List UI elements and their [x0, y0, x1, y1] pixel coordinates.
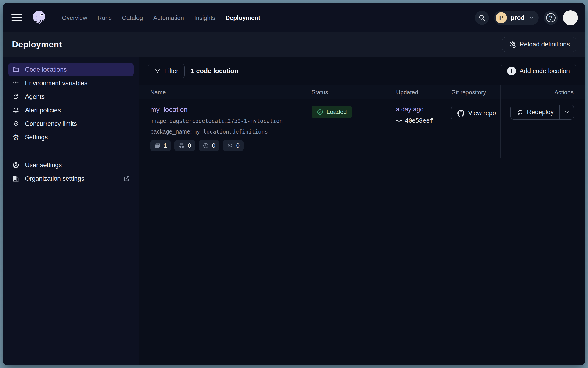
user-avatar[interactable]: [563, 10, 578, 25]
redeploy-label: Redeploy: [527, 109, 554, 116]
reload-definitions-icon: [509, 41, 516, 48]
dagster-logo-icon[interactable]: [31, 10, 47, 26]
column-header-actions: Actions: [501, 85, 585, 99]
package-line: package_name: my_location.definitions: [150, 128, 296, 135]
redeploy-more-options-button[interactable]: [560, 105, 574, 119]
status-label: Loaded: [326, 108, 347, 116]
badge-count: 0: [236, 142, 239, 149]
status-cell: Loaded: [305, 100, 390, 158]
sidebar-item-label: Settings: [25, 134, 48, 141]
layers-icon: [12, 120, 20, 128]
agents-sync-icon: [12, 93, 20, 101]
sidebar-item-user-settings[interactable]: User settings: [8, 158, 134, 172]
page-header: Deployment Reload definitions: [3, 32, 585, 57]
reload-definitions-label: Reload definitions: [520, 41, 570, 48]
search-icon: [478, 14, 485, 21]
chevron-down-icon: [528, 15, 534, 20]
jobs-graph-icon: [178, 142, 185, 149]
sidebar-item-label: Organization settings: [25, 175, 84, 182]
bell-icon: [12, 106, 20, 114]
filter-icon: [154, 68, 161, 74]
commit-icon: [396, 118, 402, 124]
view-repo-label: View repo: [468, 110, 496, 117]
definition-count-badges: 1 0: [150, 140, 296, 151]
column-header-name: Name: [139, 85, 305, 99]
reload-definitions-button[interactable]: Reload definitions: [502, 37, 576, 52]
sidebar-item-label: Environment variables: [25, 80, 87, 87]
redeploy-split-button: Redeploy: [510, 105, 574, 120]
add-code-location-button[interactable]: Add code location: [501, 64, 576, 78]
commit-hash: 40e58eef: [405, 117, 433, 124]
filter-button[interactable]: Filter: [148, 64, 185, 78]
jobs-count-badge: 0: [174, 140, 195, 151]
package-value: my_location.definitions: [193, 129, 268, 135]
sensors-count-badge: 0: [223, 140, 243, 151]
deployment-name: prod: [511, 14, 525, 21]
commit-line: 40e58eef: [396, 117, 445, 124]
page-title: Deployment: [12, 40, 62, 49]
sidebar-item-concurrency-limits[interactable]: Concurrency limits: [8, 117, 134, 130]
sidebar-item-label: Agents: [25, 93, 45, 101]
plus-circle-icon: [507, 66, 516, 75]
name-cell: my_location image: dagstercodelocati…275…: [139, 100, 305, 158]
column-header-git-repository: Git repository: [445, 85, 501, 99]
badge-count: 1: [164, 142, 167, 149]
env-variables-icon: [12, 79, 20, 87]
code-locations-panel: Filter 1 code location Add code location…: [139, 57, 585, 365]
github-icon: [457, 110, 464, 117]
hamburger-menu-icon[interactable]: [11, 12, 22, 23]
search-button[interactable]: [475, 11, 489, 25]
updated-cell: a day ago 40e58eef: [390, 100, 445, 158]
sidebar-item-label: Code locations: [25, 66, 67, 73]
table-row: my_location image: dagstercodelocati…275…: [139, 100, 585, 158]
badge-count: 0: [188, 142, 191, 149]
updated-time-link[interactable]: a day ago: [396, 106, 424, 113]
chevron-down-icon: [564, 109, 570, 115]
toolbar: Filter 1 code location Add code location: [139, 57, 585, 85]
sidebar-item-agents[interactable]: Agents: [8, 90, 134, 103]
redeploy-sync-icon: [516, 109, 523, 116]
code-location-name-link[interactable]: my_location: [150, 106, 188, 113]
sidebar-item-code-locations[interactable]: Code locations: [8, 63, 134, 76]
tables-icon: [154, 142, 161, 149]
sidebar-item-label: Alert policies: [25, 107, 61, 114]
sidebar-item-label: User settings: [25, 162, 62, 169]
sidebar-item-alert-policies[interactable]: Alert policies: [8, 103, 134, 117]
deployment-avatar: P: [496, 12, 507, 23]
nav-item-automation[interactable]: Automation: [153, 14, 184, 21]
sidebar-item-organization-settings[interactable]: Organization settings: [8, 172, 134, 185]
nav-item-overview[interactable]: Overview: [62, 14, 87, 21]
sidebar-item-environment-variables[interactable]: Environment variables: [8, 76, 134, 90]
column-header-updated: Updated: [390, 85, 445, 99]
tables-count-badge: 1: [150, 140, 171, 151]
help-icon: ?: [546, 13, 556, 22]
sidebar-item-settings[interactable]: ⚙ Settings: [8, 130, 134, 144]
nav-item-catalog[interactable]: Catalog: [122, 14, 143, 21]
git-repository-cell: View repo: [445, 100, 501, 158]
check-circle-icon: [317, 109, 323, 115]
view-repo-button[interactable]: View repo: [451, 106, 501, 120]
image-line: image: dagstercodelocati…2759-1-mylocati…: [150, 118, 296, 124]
top-navigation: Overview Runs Catalog Automation Insight…: [3, 3, 585, 32]
actions-cell: Redeploy: [501, 100, 585, 158]
deployment-switcher[interactable]: P prod: [494, 10, 539, 25]
filter-label: Filter: [164, 67, 178, 75]
nav-item-runs[interactable]: Runs: [97, 14, 112, 21]
redeploy-button[interactable]: Redeploy: [511, 105, 560, 119]
schedules-count-badge: 0: [199, 140, 219, 151]
nav-item-insights[interactable]: Insights: [194, 14, 215, 21]
external-link-icon: [123, 175, 130, 182]
nav-item-deployment[interactable]: Deployment: [226, 14, 260, 21]
sidebar-divider: [9, 151, 133, 151]
badge-count: 0: [212, 142, 215, 149]
desktop-backdrop: Overview Runs Catalog Automation Insight…: [0, 0, 588, 368]
deployment-sidebar: Code locations Environment variables: [3, 57, 139, 365]
table-header-row: Name Status Updated Git repository Actio…: [139, 85, 585, 100]
sensor-icon: [227, 142, 233, 149]
column-header-status: Status: [305, 85, 390, 99]
app-window: Overview Runs Catalog Automation Insight…: [3, 3, 585, 365]
clock-icon: [203, 142, 209, 149]
image-value: dagstercodelocati…2759-1-mylocation: [170, 118, 283, 124]
organization-building-icon: [12, 175, 20, 183]
help-button[interactable]: ?: [544, 11, 558, 25]
